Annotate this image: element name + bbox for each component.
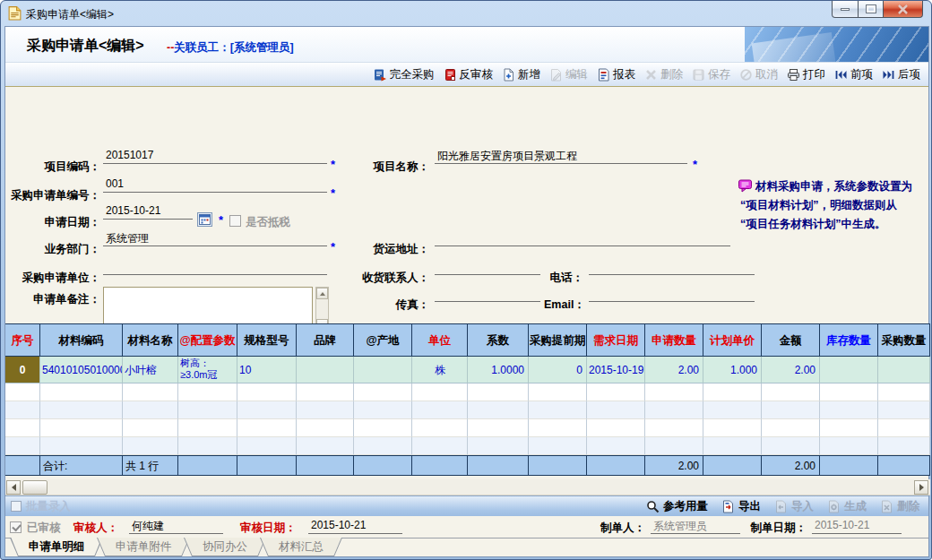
minimize-button[interactable] bbox=[832, 1, 859, 18]
empty-table-row[interactable] bbox=[5, 437, 930, 455]
audit-date-field[interactable]: 2015-10-21 bbox=[308, 519, 402, 534]
page-header: 采购申请单<编辑> --关联员工：[系统管理员] bbox=[5, 27, 928, 63]
required-star: * bbox=[693, 158, 697, 171]
spec-cell[interactable]: 10 bbox=[237, 357, 297, 383]
demand-date-cell[interactable]: 2015-10-19 bbox=[587, 357, 645, 383]
import-icon bbox=[774, 500, 788, 513]
new-button[interactable]: 新增 bbox=[497, 65, 545, 84]
maximize-icon bbox=[867, 5, 876, 13]
scroll-right-button[interactable] bbox=[914, 480, 928, 495]
scroll-right-icon bbox=[919, 484, 924, 491]
close-button[interactable] bbox=[883, 1, 923, 18]
grid-horizontal-scrollbar[interactable] bbox=[5, 479, 930, 495]
col-header-coefficient[interactable]: 系数 bbox=[468, 324, 529, 357]
required-star: * bbox=[331, 186, 335, 200]
print-button[interactable]: 打印 bbox=[782, 65, 830, 84]
delete-icon bbox=[644, 68, 658, 82]
batch-entry-toggle[interactable]: 批量录入 bbox=[11, 499, 71, 514]
report-button[interactable]: 报表 bbox=[592, 65, 640, 84]
tab-request-attachment[interactable]: 申请单附件 bbox=[97, 538, 190, 556]
page-title: 采购申请单<编辑> bbox=[27, 37, 144, 56]
project-name-field[interactable]: 阳光雅居安置房项目景观工程 bbox=[435, 149, 687, 164]
next-item-button[interactable]: 后项 bbox=[877, 65, 925, 84]
brand-cell[interactable] bbox=[297, 357, 354, 383]
request-unit-field[interactable] bbox=[103, 260, 327, 275]
row-index-cell[interactable]: 0 bbox=[5, 357, 40, 383]
phone-field[interactable] bbox=[589, 260, 755, 275]
reference-usage-button[interactable]: 参考用量 bbox=[646, 499, 708, 514]
calendar-picker-button[interactable] bbox=[197, 212, 212, 227]
form-fields: 项目编码： 20151017 * 采购申请单编号： 001 * 申请日期： 20… bbox=[5, 88, 928, 323]
request-date-field[interactable]: 2015-10-21 bbox=[103, 204, 193, 220]
batch-entry-checkbox[interactable] bbox=[11, 501, 22, 512]
import-button[interactable]: 导入 bbox=[774, 499, 814, 514]
tab-collaboration[interactable]: 协同办公 bbox=[184, 538, 266, 556]
col-header-origin[interactable]: @产地 bbox=[354, 324, 412, 357]
material-grid: 序号 材料编码 材料名称 @配置参数 规格型号 品牌 @产地 单位 系数 采购提… bbox=[5, 323, 930, 476]
col-header-lead-time[interactable]: 采购提前期 bbox=[529, 324, 587, 357]
col-header-material-code[interactable]: 材料编码 bbox=[40, 324, 123, 357]
material-code-cell[interactable]: 540101050100007 bbox=[40, 357, 123, 383]
receiver-field[interactable] bbox=[435, 260, 540, 275]
col-header-plan-price[interactable]: 计划单价 bbox=[703, 324, 762, 357]
request-qty-cell[interactable]: 2.00 bbox=[645, 357, 703, 383]
tab-material-summary[interactable]: 材料汇总 bbox=[260, 538, 342, 556]
material-name-cell[interactable]: 小叶榕 bbox=[123, 357, 178, 383]
row-delete-button[interactable]: 删除 bbox=[880, 499, 919, 514]
tab-request-detail[interactable]: 申请单明细 bbox=[10, 538, 103, 556]
cancel-button[interactable]: 取消 bbox=[735, 65, 782, 84]
unit-cell[interactable]: 株 bbox=[412, 357, 468, 383]
amount-cell[interactable]: 2.00 bbox=[762, 357, 820, 383]
auditor-field[interactable]: 何纯建 bbox=[129, 519, 223, 534]
col-header-purchase-qty[interactable]: 采购数量 bbox=[878, 324, 930, 357]
config-param-cell[interactable]: 树高：≥3.0m冠 bbox=[180, 357, 237, 381]
empty-table-row[interactable] bbox=[5, 401, 930, 419]
minimize-icon bbox=[841, 8, 850, 11]
col-header-stock-qty[interactable]: 库存数量 bbox=[820, 324, 878, 357]
tax-deduct-checkbox[interactable] bbox=[229, 215, 241, 227]
complete-purchase-button[interactable]: 完全采购 bbox=[369, 65, 439, 84]
department-field[interactable]: 系统管理 bbox=[103, 231, 327, 246]
table-row[interactable]: 0 540101050100007 小叶榕 树高：≥3.0m冠 10 株 1.0… bbox=[5, 357, 930, 383]
anti-audit-button[interactable]: 反审核 bbox=[439, 65, 498, 84]
shipping-address-field[interactable] bbox=[435, 231, 730, 246]
stock-qty-cell[interactable] bbox=[820, 357, 878, 383]
empty-table-row[interactable] bbox=[5, 419, 930, 437]
scroll-left-icon bbox=[12, 484, 16, 491]
email-field[interactable] bbox=[589, 287, 755, 302]
coefficient-cell[interactable]: 1.0000 bbox=[468, 357, 529, 383]
fax-field[interactable] bbox=[435, 287, 540, 302]
edit-button[interactable]: 编辑 bbox=[545, 65, 592, 84]
project-name-label: 项目名称： bbox=[340, 159, 429, 175]
col-header-demand-date[interactable]: 需求日期 bbox=[587, 324, 645, 357]
scrollbar-thumb[interactable] bbox=[22, 480, 47, 495]
project-code-field[interactable]: 20151017 bbox=[103, 149, 327, 164]
scroll-left-button[interactable] bbox=[6, 480, 21, 495]
generate-button[interactable]: 生成 bbox=[827, 499, 867, 514]
plan-price-cell[interactable]: 1.000 bbox=[703, 357, 762, 383]
next-item-icon bbox=[882, 68, 895, 82]
window-document-icon bbox=[7, 5, 22, 21]
col-header-unit[interactable]: 单位 bbox=[412, 324, 468, 357]
col-header-amount[interactable]: 金额 bbox=[762, 324, 820, 357]
project-code-label: 项目编码： bbox=[5, 159, 100, 175]
col-header-spec[interactable]: 规格型号 bbox=[237, 324, 297, 357]
lead-time-cell[interactable]: 0 bbox=[529, 357, 587, 383]
col-header-index[interactable]: 序号 bbox=[5, 324, 40, 357]
prev-item-button[interactable]: 前项 bbox=[830, 65, 877, 84]
delete-button[interactable]: 删除 bbox=[640, 65, 687, 84]
col-header-material-name[interactable]: 材料名称 bbox=[123, 324, 178, 357]
scroll-up-icon[interactable] bbox=[316, 288, 328, 299]
col-header-brand[interactable]: 品牌 bbox=[297, 324, 354, 357]
audited-checkbox[interactable] bbox=[10, 521, 22, 533]
origin-cell[interactable] bbox=[354, 357, 412, 383]
save-button[interactable]: 保存 bbox=[687, 65, 735, 84]
empty-table-row[interactable] bbox=[5, 383, 930, 401]
export-button[interactable]: 导出 bbox=[721, 499, 761, 514]
request-no-field[interactable]: 001 bbox=[103, 177, 327, 193]
maximize-button[interactable] bbox=[858, 1, 884, 18]
col-header-request-qty[interactable]: 申请数量 bbox=[645, 324, 703, 357]
purchase-qty-cell[interactable] bbox=[878, 357, 930, 383]
col-header-config-param[interactable]: @配置参数 bbox=[178, 324, 237, 357]
row-delete-icon bbox=[880, 500, 893, 513]
